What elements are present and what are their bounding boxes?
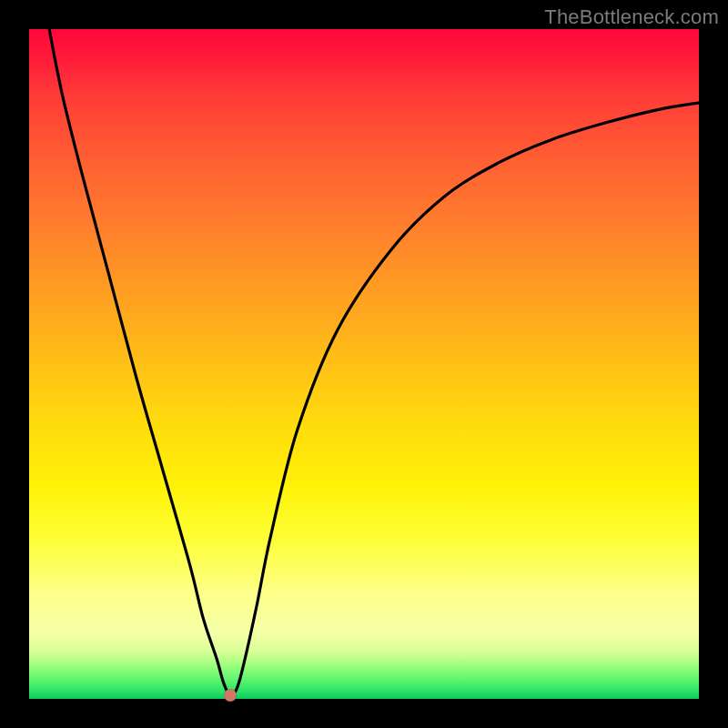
plot-area (29, 29, 699, 699)
watermark-text: TheBottleneck.com (544, 5, 719, 29)
minimum-marker-dot (224, 689, 237, 702)
bottleneck-curve (29, 29, 699, 699)
chart-frame: TheBottleneck.com (0, 0, 728, 728)
